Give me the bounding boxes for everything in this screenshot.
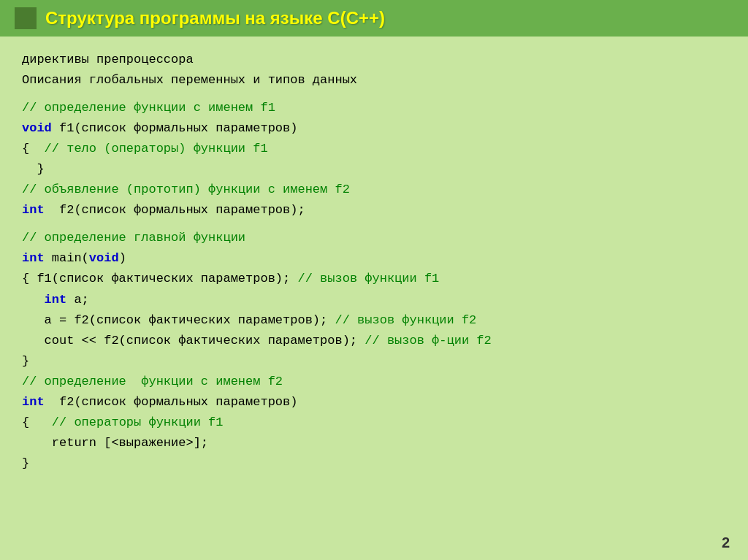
line-int-f2-proto: int f2(список формальных параметров); bbox=[22, 200, 726, 220]
a-f2-code: a = f2(список фактических параметров); bbox=[22, 313, 335, 327]
int-a-indent bbox=[22, 293, 45, 307]
cout-code: cout << f2(список фактических параметров… bbox=[22, 334, 365, 348]
line-comment-main: // определение главной функции bbox=[22, 228, 726, 248]
line-comment-f2-proto: // объявление (прототип) функции с имене… bbox=[22, 180, 726, 200]
line-main-f1-call: { f1(список фактических параметров); // … bbox=[22, 269, 726, 289]
line-f1-close: } bbox=[22, 159, 726, 180]
empty-2 bbox=[22, 220, 726, 228]
line-comment-f1-def: // определение функции с именем f1 bbox=[22, 98, 726, 118]
brace-f2-open: { bbox=[22, 415, 52, 429]
title-bar: Структура программы на языке С(С++) bbox=[0, 0, 748, 37]
var-a-decl: a; bbox=[66, 293, 89, 307]
line-f1-body-open: { // тело (операторы) функции f1 bbox=[22, 139, 726, 159]
main-f1-call-code: { f1(список фактических параметров); bbox=[22, 272, 297, 285]
kw-int-a: int bbox=[45, 293, 67, 307]
main-name: main( bbox=[45, 251, 89, 265]
line-cout-f2: cout << f2(список фактических параметров… bbox=[22, 331, 726, 351]
line-comment-f2-def: // определение функции с именем f2 bbox=[22, 372, 726, 392]
line-directives: директивы препроцессора bbox=[22, 50, 726, 70]
main-paren-close: ) bbox=[119, 251, 126, 265]
kw-int-f2proto: int bbox=[22, 203, 45, 217]
title-icon bbox=[15, 7, 37, 29]
comment-f2-call: // вызов функции f2 bbox=[335, 313, 476, 327]
page-number: 2 bbox=[722, 534, 730, 551]
line-int-a: int a; bbox=[22, 290, 726, 310]
line-void-f1: void f1(список формальных параметров) bbox=[22, 118, 726, 139]
line-f2-close: } bbox=[22, 453, 726, 474]
kw-int-main: int bbox=[22, 251, 45, 265]
line-return: return [<выражение>]; bbox=[22, 433, 726, 453]
f2-def-sig: f2(список формальных параметров) bbox=[45, 395, 298, 409]
comment-f2-ops: // операторы функции f1 bbox=[52, 415, 224, 429]
comment-f1-call: // вызов функции f1 bbox=[297, 272, 439, 285]
kw-int-f2def: int bbox=[22, 395, 45, 409]
kw-void: void bbox=[22, 121, 52, 135]
line-f2-body-open: { // операторы функции f1 bbox=[22, 413, 726, 433]
slide: Структура программы на языке С(С++) дире… bbox=[0, 0, 748, 560]
comment-f1-body: // тело (операторы) функции f1 bbox=[45, 142, 268, 156]
line-int-main: int main(void) bbox=[22, 248, 726, 269]
empty-1 bbox=[22, 91, 726, 98]
brace-open-f1: { bbox=[22, 142, 45, 156]
kw-void-main: void bbox=[89, 251, 119, 265]
line-globals: Описания глобальных переменных и типов д… bbox=[22, 70, 726, 91]
f2-proto-sig: f2(список формальных параметров); bbox=[45, 203, 305, 217]
f1-sig: f1(список формальных параметров) bbox=[52, 121, 298, 135]
code-content: директивы препроцессора Описания глобаль… bbox=[0, 50, 748, 474]
line-a-f2-call: a = f2(список фактических параметров); /… bbox=[22, 310, 726, 331]
slide-title: Структура программы на языке С(С++) bbox=[45, 8, 385, 28]
line-main-close: } bbox=[22, 351, 726, 372]
comment-cout-f2: // вызов ф-ции f2 bbox=[365, 334, 491, 348]
line-int-f2-def: int f2(список формальных параметров) bbox=[22, 392, 726, 413]
